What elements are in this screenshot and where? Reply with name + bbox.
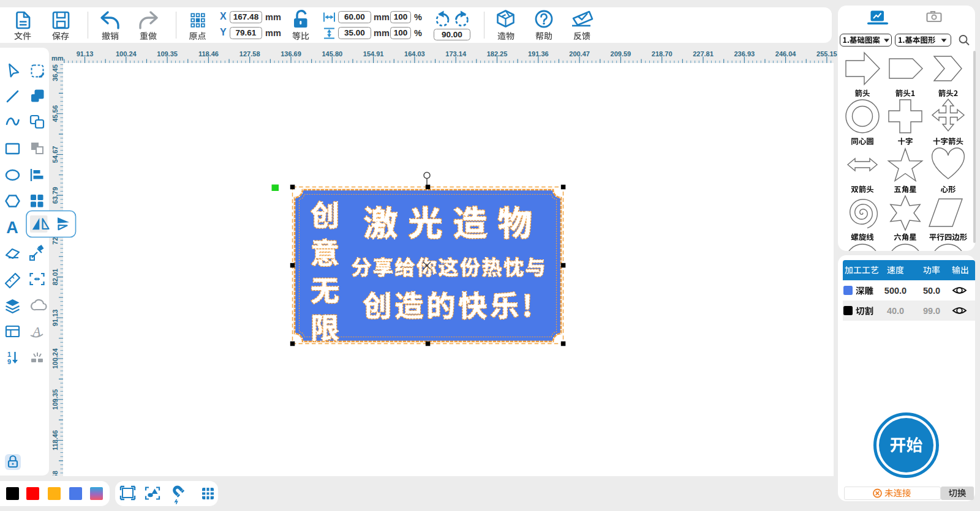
svg-text:91.13: 91.13: [77, 50, 94, 58]
svg-text:227.81: 227.81: [693, 50, 714, 58]
svg-text:191.36: 191.36: [528, 50, 549, 58]
svg-text:109.35: 109.35: [51, 389, 59, 410]
svg-text:136.69: 136.69: [281, 50, 301, 58]
svg-text:36.45: 36.45: [51, 64, 59, 81]
svg-text:45.56: 45.56: [51, 105, 59, 122]
svg-text:164.03: 164.03: [404, 50, 425, 58]
svg-text:200.47: 200.47: [569, 50, 590, 58]
svg-text:91.13: 91.13: [51, 310, 59, 327]
svg-text:82.01: 82.01: [51, 269, 59, 286]
svg-text:236.93: 236.93: [734, 50, 755, 58]
svg-text:127.58: 127.58: [239, 50, 260, 58]
svg-text:255.15: 255.15: [816, 50, 837, 58]
svg-text:54.67: 54.67: [51, 146, 59, 163]
svg-text:246.04: 246.04: [775, 50, 797, 58]
svg-text:100.24: 100.24: [51, 348, 59, 369]
svg-text:118.46: 118.46: [198, 50, 219, 58]
svg-text:109.35: 109.35: [157, 50, 178, 58]
svg-text:182.25: 182.25: [487, 50, 508, 58]
svg-text:100.24: 100.24: [116, 50, 137, 58]
svg-text:209.59: 209.59: [611, 50, 631, 58]
svg-text:218.70: 218.70: [652, 50, 673, 58]
svg-text:145.80: 145.80: [322, 50, 342, 58]
svg-text:63.79: 63.79: [51, 187, 59, 204]
svg-text:A: A: [6, 218, 18, 237]
svg-text:154.91: 154.91: [363, 50, 384, 58]
svg-text:9: 9: [7, 358, 11, 365]
svg-text:1: 1: [7, 351, 11, 358]
svg-text:118.46: 118.46: [51, 430, 59, 450]
svg-text:173.14: 173.14: [445, 50, 467, 58]
svg-text:127.58: 127.58: [51, 471, 59, 491]
